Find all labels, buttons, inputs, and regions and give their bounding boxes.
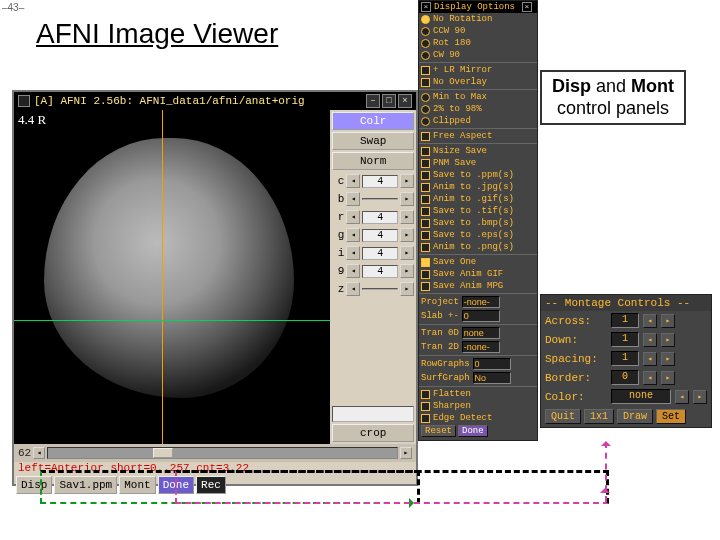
disp-item[interactable]: Save to .eps(s) [419, 229, 537, 241]
disp-item-check[interactable] [421, 390, 430, 399]
colr-button[interactable]: Colr [332, 112, 414, 130]
disp-item-check[interactable] [421, 270, 430, 279]
done-button[interactable]: Done [158, 476, 194, 494]
disp-item-check[interactable] [421, 219, 430, 228]
decrement-arrow-icon[interactable]: ◂ [346, 228, 360, 242]
disp-item[interactable]: Slab +- [419, 309, 537, 323]
disp-item-radio[interactable] [421, 105, 430, 114]
maximize-icon[interactable]: □ [382, 94, 396, 108]
disp-button[interactable]: Disp [16, 476, 52, 494]
slice-right-arrow-icon[interactable]: ▸ [400, 447, 412, 459]
disp-item[interactable]: Flatten [419, 388, 537, 400]
disp-item-radio[interactable] [421, 15, 430, 24]
disp-item-check[interactable] [421, 159, 430, 168]
disp-item-input[interactable] [462, 327, 500, 339]
disp-item-radio[interactable] [421, 51, 430, 60]
disp-item[interactable]: No Overlay [419, 76, 537, 88]
decrement-arrow-icon[interactable]: ◂ [346, 210, 360, 224]
save-button[interactable]: Sav1.ppm [54, 476, 117, 494]
disp-item[interactable]: + LR Mirror [419, 64, 537, 76]
disp-item-check[interactable] [421, 183, 430, 192]
swap-button[interactable]: Swap [332, 132, 414, 150]
norm-button[interactable]: Norm [332, 152, 414, 170]
slice-scrollbar[interactable] [47, 447, 398, 459]
disp-menu-icon[interactable]: × [421, 2, 431, 12]
mont-decrement-arrow-icon[interactable]: ◂ [643, 314, 657, 328]
disp-item[interactable]: Anim to .jpg(s) [419, 181, 537, 193]
increment-arrow-icon[interactable]: ▸ [400, 192, 414, 206]
close-icon[interactable]: × [398, 94, 412, 108]
mont-button[interactable]: Mont [119, 476, 155, 494]
disp-close-icon[interactable]: × [522, 2, 532, 12]
scrollbar-thumb[interactable] [153, 448, 173, 458]
mont-increment-arrow-icon[interactable]: ▸ [661, 371, 675, 385]
disp-titlebar[interactable]: × Display Options × [419, 1, 537, 13]
disp-item[interactable]: Free Aspect [419, 130, 537, 142]
disp-item-check[interactable] [421, 147, 430, 156]
disp-item[interactable]: Min to Max [419, 91, 537, 103]
mont-increment-arrow-icon[interactable]: ▸ [661, 333, 675, 347]
mont-decrement-arrow-icon[interactable]: ◂ [643, 333, 657, 347]
side-row-value[interactable] [362, 288, 398, 290]
image-canvas[interactable]: 4.4 R [14, 110, 330, 444]
decrement-arrow-icon[interactable]: ◂ [346, 192, 360, 206]
increment-arrow-icon[interactable]: ▸ [400, 228, 414, 242]
mont-quit-button[interactable]: Quit [545, 409, 581, 424]
disp-item-radio[interactable] [421, 39, 430, 48]
disp-item[interactable]: Save Anim GIF [419, 268, 537, 280]
mont-row-value[interactable]: none [611, 389, 671, 404]
disp-item[interactable]: Tran 0D [419, 326, 537, 340]
disp-item-check[interactable] [421, 78, 430, 87]
disp-done-button[interactable]: Done [458, 425, 488, 437]
disp-item-check[interactable] [421, 243, 430, 252]
mont-increment-arrow-icon[interactable]: ▸ [661, 314, 675, 328]
disp-item-check[interactable] [421, 402, 430, 411]
disp-item[interactable]: Edge Detect [419, 412, 537, 424]
disp-item[interactable]: No Rotation [419, 13, 537, 25]
mont-row-value[interactable]: 1 [611, 313, 639, 328]
mont-increment-arrow-icon[interactable]: ▸ [693, 390, 707, 404]
increment-arrow-icon[interactable]: ▸ [400, 264, 414, 278]
disp-item-check[interactable] [421, 171, 430, 180]
increment-arrow-icon[interactable]: ▸ [400, 246, 414, 260]
mont-set-button[interactable]: Set [656, 409, 686, 424]
side-row-value[interactable]: 4 [362, 265, 398, 278]
decrement-arrow-icon[interactable]: ◂ [346, 282, 360, 296]
disp-reset-button[interactable]: Reset [421, 425, 456, 437]
mont-1x1-button[interactable]: 1x1 [584, 409, 614, 424]
disp-item-radio[interactable] [421, 93, 430, 102]
disp-item[interactable]: Save to .bmp(s) [419, 217, 537, 229]
disp-item-input[interactable] [462, 296, 500, 308]
disp-item-input[interactable] [462, 341, 500, 353]
rec-button[interactable]: Rec [196, 476, 226, 494]
disp-item[interactable]: Nsize Save [419, 145, 537, 157]
crosshair-vertical[interactable] [162, 110, 163, 444]
disp-item[interactable]: RowGraphs [419, 357, 537, 371]
disp-item-check[interactable] [421, 66, 430, 75]
mont-row-value[interactable]: 1 [611, 351, 639, 366]
decrement-arrow-icon[interactable]: ◂ [346, 264, 360, 278]
disp-item-check[interactable] [421, 207, 430, 216]
disp-item[interactable]: Tran 2D [419, 340, 537, 354]
disp-item-input[interactable] [462, 310, 500, 322]
mont-decrement-arrow-icon[interactable]: ◂ [675, 390, 689, 404]
disp-item[interactable]: Save to .ppm(s) [419, 169, 537, 181]
disp-item[interactable]: 2% to 98% [419, 103, 537, 115]
mont-draw-button[interactable]: Draw [617, 409, 653, 424]
disp-item-check[interactable] [421, 258, 430, 267]
slice-left-arrow-icon[interactable]: ◂ [33, 447, 45, 459]
disp-item[interactable]: Project [419, 295, 537, 309]
disp-item[interactable]: CW 90 [419, 49, 537, 61]
increment-arrow-icon[interactable]: ▸ [400, 282, 414, 296]
decrement-arrow-icon[interactable]: ◂ [346, 174, 360, 188]
disp-item-radio[interactable] [421, 27, 430, 36]
crop-button[interactable]: crop [332, 424, 414, 442]
crosshair-horizontal[interactable] [14, 320, 330, 321]
viewer-titlebar[interactable]: [A] AFNI 2.56b: AFNI_data1/afni/anat+ori… [14, 92, 416, 110]
disp-item-input[interactable] [473, 372, 511, 384]
disp-item[interactable]: Save to .tif(s) [419, 205, 537, 217]
mont-row-value[interactable]: 0 [611, 370, 639, 385]
side-row-value[interactable] [362, 198, 398, 200]
side-row-value[interactable]: 4 [362, 247, 398, 260]
disp-item-check[interactable] [421, 414, 430, 423]
